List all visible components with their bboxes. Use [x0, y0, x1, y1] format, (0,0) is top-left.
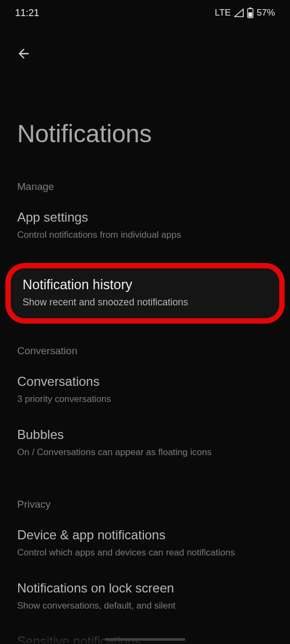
item-notification-history[interactable]: Notification history Show recent and sno…: [5, 263, 285, 324]
status-right: LTE 57%: [215, 8, 275, 18]
item-title: Notification history: [23, 277, 267, 292]
item-title: Notifications on lock screen: [17, 581, 273, 596]
status-time: 11:21: [15, 8, 39, 19]
item-subtitle: Control which apps and devices can read …: [17, 547, 273, 559]
item-conversations[interactable]: Conversations 3 priority conversations: [0, 374, 290, 427]
app-bar: [0, 26, 290, 64]
status-bar: 11:21 LTE 57%: [0, 0, 290, 26]
page-title: Notifications: [0, 64, 290, 148]
item-subtitle: Control notifications from individual ap…: [17, 229, 273, 241]
item-lock-screen-notifications[interactable]: Notifications on lock screen Show conver…: [0, 581, 290, 634]
section-privacy-label: Privacy: [0, 499, 290, 528]
svg-rect-2: [248, 12, 252, 17]
item-subtitle: Show recent and snoozed notifications: [23, 296, 267, 309]
item-title: Device & app notifications: [17, 528, 273, 543]
item-subtitle: 3 priority conversations: [17, 393, 273, 406]
signal-icon: [234, 9, 244, 17]
network-label: LTE: [215, 8, 231, 18]
item-subtitle: Show conversations, default, and silent: [17, 600, 273, 612]
section-conversation-label: Conversation: [0, 345, 290, 374]
item-subtitle: On / Conversations can appear as floatin…: [17, 447, 273, 459]
highlight-annotation: Notification history Show recent and sno…: [0, 263, 290, 324]
battery-icon: [247, 8, 253, 18]
settings-list[interactable]: Manage App settings Control notification…: [0, 148, 290, 644]
item-title: Conversations: [17, 374, 273, 389]
item-bubbles[interactable]: Bubbles On / Conversations can appear as…: [0, 427, 290, 480]
battery-percent: 57%: [257, 8, 275, 18]
item-device-app-notifications[interactable]: Device & app notifications Control which…: [0, 528, 290, 581]
item-app-settings[interactable]: App settings Control notifications from …: [0, 210, 290, 263]
item-title: App settings: [17, 210, 273, 225]
nav-handle[interactable]: [105, 638, 185, 641]
item-title: Bubbles: [17, 427, 273, 442]
section-manage-label: Manage: [0, 181, 290, 210]
back-button[interactable]: [13, 43, 34, 64]
arrow-left-icon: [16, 46, 31, 61]
